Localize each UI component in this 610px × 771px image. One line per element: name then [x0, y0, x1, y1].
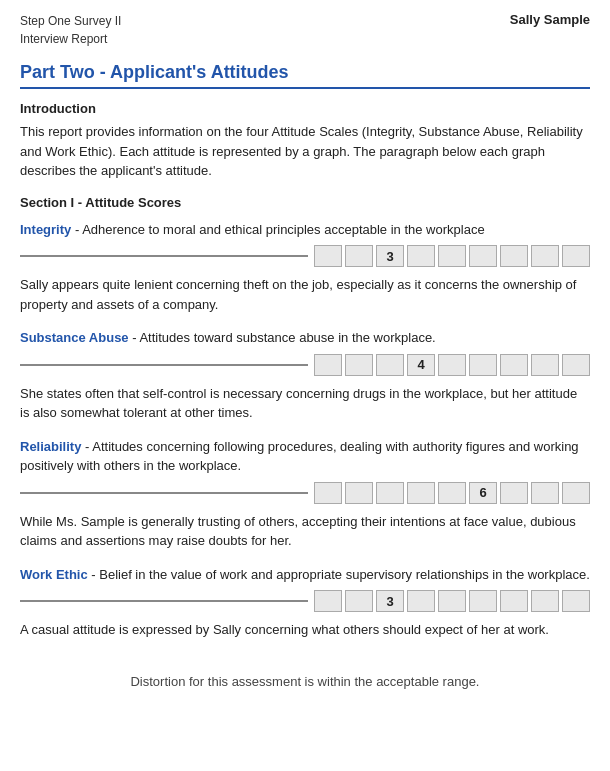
survey-line2: Interview Report	[20, 30, 121, 48]
attitude-label-0: Integrity - Adherence to moral and ethic…	[20, 220, 590, 240]
page-header: Step One Survey II Interview Report Sall…	[20, 12, 590, 48]
scale-container-3: 3	[20, 590, 590, 612]
scale-box-3-2	[345, 590, 373, 612]
intro-text: This report provides information on the …	[20, 122, 590, 181]
footer-note: Distortion for this assessment is within…	[20, 664, 590, 689]
attitude-desc-2: - Attitudes concerning following procedu…	[20, 439, 579, 474]
scale-box-1-4: 4	[407, 354, 435, 376]
scale-box-2-7	[500, 482, 528, 504]
scale-box-1-7	[500, 354, 528, 376]
attitude-label-3: Work Ethic - Belief in the value of work…	[20, 565, 590, 585]
intro-heading: Introduction	[20, 101, 590, 116]
attitude-paragraph-1: She states often that self-control is ne…	[20, 384, 590, 423]
scale-box-3-7	[500, 590, 528, 612]
attitude-block-substance-abuse: Substance Abuse - Attitudes toward subst…	[20, 328, 590, 423]
scale-boxes-1: 4	[314, 354, 590, 376]
scale-box-3-6	[469, 590, 497, 612]
scale-boxes-2: 6	[314, 482, 590, 504]
scale-box-1-2	[345, 354, 373, 376]
scale-bar-2	[20, 492, 308, 494]
attitude-name-2: Reliability	[20, 439, 81, 454]
attitude-paragraph-3: A casual attitude is expressed by Sally …	[20, 620, 590, 640]
scale-box-2-6: 6	[469, 482, 497, 504]
scale-bar-1	[20, 364, 308, 366]
scale-box-0-2	[345, 245, 373, 267]
attitude-desc-0: - Adherence to moral and ethical princip…	[71, 222, 484, 237]
scale-box-2-3	[376, 482, 404, 504]
attitude-desc-1: - Attitudes toward substance abuse in th…	[129, 330, 436, 345]
scale-box-0-7	[500, 245, 528, 267]
scale-boxes-3: 3	[314, 590, 590, 612]
header-survey-info: Step One Survey II Interview Report	[20, 12, 121, 48]
scale-box-2-8	[531, 482, 559, 504]
attitude-name-0: Integrity	[20, 222, 71, 237]
scale-box-0-9	[562, 245, 590, 267]
scale-box-2-4	[407, 482, 435, 504]
attitude-name-3: Work Ethic	[20, 567, 88, 582]
attitude-desc-3: - Belief in the value of work and approp…	[88, 567, 590, 582]
scale-box-3-3: 3	[376, 590, 404, 612]
attitude-block-reliability: Reliability - Attitudes concerning follo…	[20, 437, 590, 551]
scale-bar-3	[20, 600, 308, 602]
scale-bar-0	[20, 255, 308, 257]
attitude-name-1: Substance Abuse	[20, 330, 129, 345]
candidate-name: Sally Sample	[510, 12, 590, 27]
scale-box-3-9	[562, 590, 590, 612]
scale-box-2-2	[345, 482, 373, 504]
scale-box-3-8	[531, 590, 559, 612]
scale-box-1-6	[469, 354, 497, 376]
scale-box-1-5	[438, 354, 466, 376]
scale-box-3-4	[407, 590, 435, 612]
scale-boxes-0: 3	[314, 245, 590, 267]
attitude-block-integrity: Integrity - Adherence to moral and ethic…	[20, 220, 590, 315]
survey-line1: Step One Survey II	[20, 12, 121, 30]
attitude-label-2: Reliability - Attitudes concerning follo…	[20, 437, 590, 476]
scale-box-1-3	[376, 354, 404, 376]
scale-box-1-9	[562, 354, 590, 376]
scale-box-0-1	[314, 245, 342, 267]
scale-box-2-1	[314, 482, 342, 504]
introduction-block: Introduction This report provides inform…	[20, 101, 590, 181]
scale-container-2: 6	[20, 482, 590, 504]
section-heading: Section I - Attitude Scores	[20, 195, 590, 210]
attitude-block-work-ethic: Work Ethic - Belief in the value of work…	[20, 565, 590, 640]
page: Step One Survey II Interview Report Sall…	[0, 0, 610, 771]
scale-box-1-1	[314, 354, 342, 376]
attitude-label-1: Substance Abuse - Attitudes toward subst…	[20, 328, 590, 348]
scale-box-0-8	[531, 245, 559, 267]
scale-box-2-9	[562, 482, 590, 504]
scale-container-1: 4	[20, 354, 590, 376]
part-title: Part Two - Applicant's Attitudes	[20, 62, 590, 89]
scale-container-0: 3	[20, 245, 590, 267]
attitudes-container: Integrity - Adherence to moral and ethic…	[20, 220, 590, 640]
scale-box-3-1	[314, 590, 342, 612]
scale-box-0-5	[438, 245, 466, 267]
scale-box-3-5	[438, 590, 466, 612]
scale-box-1-8	[531, 354, 559, 376]
scale-box-0-4	[407, 245, 435, 267]
scale-box-0-6	[469, 245, 497, 267]
scale-box-0-3: 3	[376, 245, 404, 267]
scale-box-2-5	[438, 482, 466, 504]
attitude-paragraph-2: While Ms. Sample is generally trusting o…	[20, 512, 590, 551]
attitude-paragraph-0: Sally appears quite lenient concerning t…	[20, 275, 590, 314]
